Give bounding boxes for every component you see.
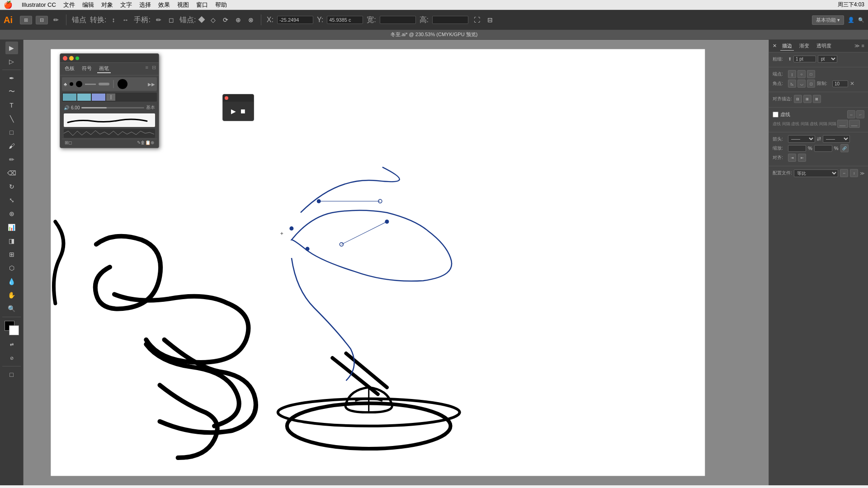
brush-line-sm[interactable] xyxy=(85,84,96,85)
tool-graph[interactable]: 📊 xyxy=(5,221,18,234)
tool-eraser[interactable]: ⌫ xyxy=(5,167,18,179)
apple-menu[interactable]: 🍎 xyxy=(4,0,13,9)
height-field[interactable] xyxy=(432,16,468,24)
right-close-btn[interactable]: ✕ xyxy=(773,43,777,49)
weight-unit-select[interactable]: pt px mm xyxy=(818,55,837,63)
weight-field[interactable] xyxy=(793,56,816,62)
align-inside-btn[interactable]: ⊞ xyxy=(803,95,811,103)
scale-link-btn[interactable]: 🔗 xyxy=(840,144,849,152)
brush-panel-close[interactable] xyxy=(63,56,67,61)
tool-direct-select[interactable]: ▷ xyxy=(5,55,18,68)
brush-opts-btn[interactable]: 📋 xyxy=(145,140,151,145)
brush-expand-btn[interactable]: ▶▶ xyxy=(148,82,155,87)
brush-dot-md[interactable] xyxy=(76,81,82,87)
arrow-end-select[interactable]: —— xyxy=(823,135,850,143)
limit-field[interactable] xyxy=(832,80,848,87)
tab-transparency[interactable]: 透明度 xyxy=(815,42,833,50)
swatch-slider[interactable] xyxy=(106,94,115,101)
corner-bevel-btn[interactable]: ◻ xyxy=(807,80,815,88)
panel-expand-icon[interactable]: ≫ xyxy=(854,43,860,49)
tool-eyedropper[interactable]: 💧 xyxy=(5,275,18,288)
align-center-btn[interactable]: ⊟ xyxy=(794,95,802,103)
menu-edit[interactable]: 编辑 xyxy=(82,1,94,9)
tool-paintbrush[interactable]: 🖌 xyxy=(5,140,18,152)
tool-artboard-mode[interactable]: □ xyxy=(5,368,18,381)
toolbar-paint-btn[interactable]: ✏ xyxy=(52,15,61,24)
tool-curvature[interactable]: 〜 xyxy=(5,85,18,98)
anchor-btn4[interactable]: ⊗ xyxy=(246,15,255,24)
brush-new-btn[interactable]: 🗑 xyxy=(141,140,145,145)
brush-line-md[interactable] xyxy=(99,83,109,85)
swatch2[interactable] xyxy=(77,94,91,101)
tool-pen[interactable]: ✒ xyxy=(5,72,18,84)
color-bg[interactable] xyxy=(9,325,19,335)
tool-puppet[interactable]: ⊛ xyxy=(5,207,18,220)
tab-brushes[interactable]: 画笔 xyxy=(97,65,111,73)
menu-text[interactable]: 文字 xyxy=(120,1,132,9)
profile-flip-v-btn[interactable]: ↕ xyxy=(850,169,858,177)
brush-menu-icon[interactable]: ⊕ xyxy=(151,140,154,145)
toolbar-arrange-btn[interactable]: ⊞ xyxy=(20,16,32,24)
arrow-start-select[interactable]: —— xyxy=(788,135,815,143)
handle-btn2[interactable]: ◻ xyxy=(167,15,176,24)
tool-rect[interactable]: □ xyxy=(5,126,18,139)
tool-rotate[interactable]: ↻ xyxy=(5,180,18,193)
tool-zoom[interactable]: 🔍 xyxy=(5,302,18,315)
limit-close-btn[interactable]: ✕ xyxy=(850,80,854,87)
profile-select[interactable]: 等比 xyxy=(794,169,838,177)
menu-window[interactable]: 窗口 xyxy=(196,1,208,9)
transform-btn[interactable]: ↕ xyxy=(110,15,117,24)
anchor-type-btn[interactable]: ◇ xyxy=(209,15,217,24)
tool-gradient[interactable]: ◨ xyxy=(5,235,18,247)
tool-pencil[interactable]: ✏ xyxy=(5,153,18,166)
tool-none-stroke[interactable]: ⊘ xyxy=(5,352,18,364)
menu-file[interactable]: 文件 xyxy=(63,1,75,9)
cap-round-btn[interactable]: ○ xyxy=(797,70,806,78)
corner-miter-btn[interactable]: ◺ xyxy=(788,80,796,88)
x-field[interactable] xyxy=(277,16,313,24)
transform-btn2[interactable]: ↔ xyxy=(120,15,130,24)
corner-round-btn[interactable]: ◡ xyxy=(797,80,806,88)
profile-expand-btn[interactable]: ≫ xyxy=(860,171,864,176)
tool-text[interactable]: T xyxy=(5,99,18,112)
align-outside-btn[interactable]: ⊠ xyxy=(813,95,821,103)
align-icon[interactable]: ⊟ xyxy=(486,15,495,24)
scale-end-field[interactable] xyxy=(814,145,832,152)
tool-line[interactable]: ╲ xyxy=(5,113,18,125)
workspace-btn[interactable]: 基本功能 ▾ xyxy=(812,15,844,25)
search-icon[interactable]: 🔍 xyxy=(858,17,864,23)
toolbar-view-btn[interactable]: ⊟ xyxy=(36,16,48,24)
tab-symbols[interactable]: 符号 xyxy=(80,65,94,73)
menu-effect[interactable]: 效果 xyxy=(158,1,170,9)
cap-square-btn[interactable]: □ xyxy=(807,70,815,78)
cap-butt-btn[interactable]: | xyxy=(788,70,796,78)
brush-delete-btn[interactable]: ✎ xyxy=(137,140,141,145)
swatch3[interactable] xyxy=(92,94,105,101)
tool-select[interactable]: ▶ xyxy=(5,42,18,54)
anchor-btn3[interactable]: ⊕ xyxy=(234,15,243,24)
brush-dot-sm[interactable] xyxy=(70,82,73,86)
scale-start-field[interactable] xyxy=(788,145,806,152)
tool-hand[interactable]: ✋ xyxy=(5,289,18,301)
panel-menu-icon[interactable]: ≡ xyxy=(862,43,864,49)
tab-gradient[interactable]: 渐变 xyxy=(797,42,811,50)
dash-pattern1[interactable]: ___ xyxy=(837,120,848,128)
dash-style2-btn[interactable]: -· xyxy=(856,110,864,118)
menu-view[interactable]: 视图 xyxy=(177,1,189,9)
anchor-smooth-btn[interactable]: ⟳ xyxy=(221,15,230,24)
video-play-btn[interactable]: ▶ xyxy=(231,108,236,115)
arrow-swap-icon[interactable]: ⇄ xyxy=(817,136,821,142)
brush-slider[interactable] xyxy=(81,107,144,108)
align-tip-btn[interactable]: ⇥ xyxy=(788,154,796,162)
scale-icon[interactable]: ⛶ xyxy=(472,15,482,24)
panel-expand-btn[interactable]: ⊟ xyxy=(152,65,156,73)
tool-mesh[interactable]: ⊞ xyxy=(5,248,18,261)
dash-checkbox[interactable] xyxy=(773,112,778,117)
width-field[interactable] xyxy=(380,16,416,24)
menu-object[interactable]: 对象 xyxy=(101,1,113,9)
align-end-btn[interactable]: ⇤ xyxy=(798,154,806,162)
tool-swap-colors[interactable]: ⇄ xyxy=(5,338,18,351)
video-close-btn[interactable] xyxy=(225,96,228,100)
video-stop-btn[interactable]: ⏹ xyxy=(240,108,246,115)
weight-up-btn[interactable]: ⬆ xyxy=(788,56,792,61)
